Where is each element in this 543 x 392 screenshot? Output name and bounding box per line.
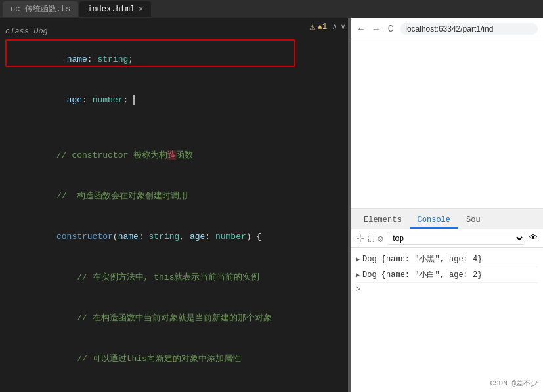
browser-page-content: [351, 39, 543, 208]
devtools-panel: Elements Console Sou ⊹ ⬚ ◎ top: [351, 208, 543, 392]
code-line-7: // 在实例方法中, this就表示当前当前的实例: [0, 257, 348, 298]
warning-count: ▲1: [318, 22, 327, 32]
main-content: ⚠ ▲1 ∧ ∨ class Dog name: string;: [0, 18, 543, 392]
tab-console[interactable]: Console: [410, 213, 458, 229]
nav-arrows[interactable]: ∧ ∨: [332, 22, 345, 31]
cursor-icon[interactable]: ⊹: [356, 232, 364, 245]
code-line-6: constructor(name: string, age: number) {: [0, 217, 348, 257]
tab-sources[interactable]: Sou: [458, 213, 489, 229]
browser-address-bar: ← → C: [351, 18, 543, 39]
console-output-1: Dog {name: "小黑", age: 4}: [362, 253, 482, 265]
code-line-4: // constructor 被称为构造函数: [0, 135, 348, 176]
console-output-2: Dog {name: "小白", age: 2}: [362, 269, 482, 280]
expand-arrow-1[interactable]: ▶: [356, 255, 360, 263]
code-line-9: // 可以通过this向新建的对象中添加属性: [0, 339, 348, 380]
console-line-3[interactable]: >: [356, 283, 538, 296]
devtools-tab-bar: Elements Console Sou: [351, 209, 543, 229]
eye-icon[interactable]: 👁: [529, 233, 538, 243]
forward-button[interactable]: →: [370, 22, 381, 35]
tab-oc[interactable]: oc_传统函数.ts: [3, 1, 78, 17]
watermark: CSDN @差不少: [490, 378, 538, 388]
code-line-8: // 在构造函数中当前对象就是当前新建的那个对象: [0, 298, 348, 339]
devtools-console-body: ▶ Dog {name: "小黑", age: 4} ▶ Dog {name: …: [351, 248, 543, 392]
address-input[interactable]: [400, 23, 538, 35]
warning-icon: ⚠: [309, 21, 315, 32]
class-header: class Dog: [0, 24, 348, 39]
code-line-1: name: string;: [0, 39, 348, 80]
context-selector[interactable]: top: [387, 232, 525, 245]
browser-panel: ← → C Elements Console: [351, 18, 543, 392]
tab-index[interactable]: index.html ×: [79, 1, 151, 17]
back-button[interactable]: ←: [356, 22, 366, 35]
tab-close-icon[interactable]: ×: [139, 5, 143, 13]
inspect-icon[interactable]: ⬚: [368, 232, 374, 244]
code-line-10: this.name = name;: [0, 380, 348, 392]
console-prompt: >: [356, 285, 360, 294]
devtools-toolbar: ⊹ ⬚ ◎ top 👁: [351, 229, 543, 248]
console-line-1[interactable]: ▶ Dog {name: "小黑", age: 4}: [356, 251, 538, 267]
filter-icon[interactable]: ◎: [378, 233, 383, 244]
tab-bar: oc_传统函数.ts index.html ×: [0, 0, 543, 18]
console-input[interactable]: [363, 285, 368, 294]
tab-elements[interactable]: Elements: [356, 213, 410, 229]
reload-button[interactable]: C: [385, 22, 396, 35]
code-editor-panel: ⚠ ▲1 ∧ ∨ class Dog name: string;: [0, 18, 348, 392]
expand-arrow-2[interactable]: ▶: [356, 271, 360, 279]
code-line-3: [0, 121, 348, 135]
code-line-2: age: number;: [0, 80, 348, 121]
code-line-5: // 构造函数会在对象创建时调用: [0, 176, 348, 217]
console-line-2[interactable]: ▶ Dog {name: "小白", age: 2}: [356, 267, 538, 283]
warning-bar: ⚠ ▲1 ∧ ∨: [309, 21, 345, 32]
